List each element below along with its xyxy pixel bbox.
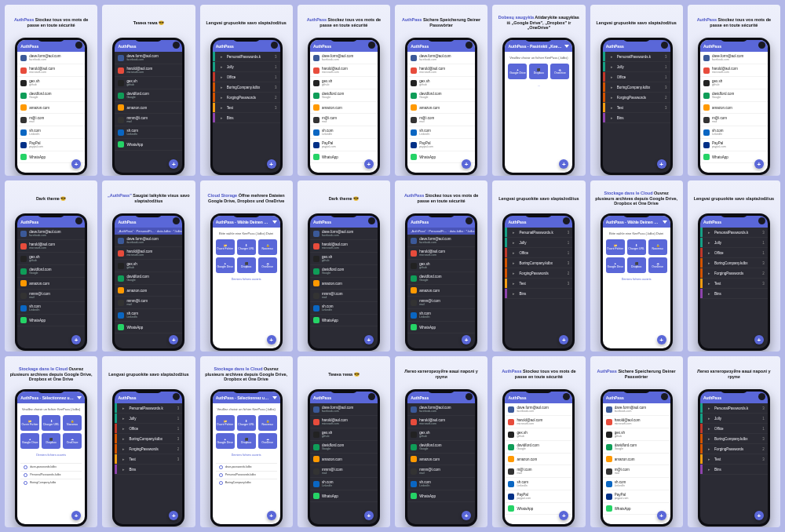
group-row[interactable]: ▸BoringCompany.kdbx3 (505, 258, 572, 268)
password-entry[interactable]: gex.shgithub (17, 77, 85, 89)
password-entry[interactable]: dave.form@aol.comfacebook.com (407, 403, 475, 416)
password-entry[interactable]: amazon.com (310, 278, 378, 290)
add-fab[interactable]: + (754, 159, 764, 169)
password-entry[interactable]: m@i.commail (603, 465, 670, 478)
group-row[interactable]: ▸PersonalPasswords.k3 (213, 52, 280, 62)
group-row[interactable]: ▸Jolly1 (700, 238, 768, 248)
group-row[interactable]: ▸Bins (700, 289, 768, 299)
group-row[interactable]: ▸Office1 (603, 72, 670, 82)
cloud-tile[interactable]: 📂Ouvrir Fichier (606, 239, 625, 255)
group-row[interactable]: ▸Jolly1 (603, 62, 670, 72)
cloud-tile[interactable]: 📂Ouvrir Fichier (20, 415, 39, 431)
group-row[interactable]: ▸ForgingPasswords2 (700, 268, 768, 279)
group-row[interactable]: ▸Test3 (505, 279, 572, 289)
password-entry[interactable]: m@i.commail (700, 114, 768, 126)
password-entry[interactable]: davidford.comGoogle (310, 89, 378, 102)
group-row[interactable]: ▸Jolly1 (213, 62, 280, 72)
avatar-icon[interactable] (271, 42, 278, 49)
password-entry[interactable]: dave.form@aol.comfacebook.com (17, 228, 85, 240)
password-entry[interactable]: sh.comLinkedIn (700, 126, 768, 139)
password-entry[interactable]: harold@aol.commicrosoft.com (17, 240, 85, 253)
group-row[interactable]: ▸PersonalPasswords.k3 (700, 403, 768, 414)
password-entry[interactable]: davidford.comGoogle (700, 89, 768, 102)
add-fab[interactable]: + (364, 159, 374, 169)
add-fab[interactable]: + (657, 159, 666, 169)
password-entry[interactable]: WhatsApp (17, 315, 85, 326)
group-row[interactable]: ▸PersonalPasswords.k3 (603, 52, 670, 62)
cloud-tile[interactable]: ☁OneDrive (550, 64, 569, 79)
group-row[interactable]: ▸ForgingPasswords2 (505, 268, 572, 279)
password-entry[interactable]: davidford.comGoogle (115, 89, 182, 102)
password-entry[interactable]: WhatsApp (115, 139, 182, 151)
cloud-tile[interactable]: ☁OneDrive (258, 433, 277, 449)
group-row[interactable]: ▸PersonalPasswords.k3 (700, 228, 768, 238)
password-entry[interactable]: mmm@i.commail (17, 290, 85, 302)
password-entry[interactable]: harold@aol.commicrosoft.com (310, 240, 378, 253)
avatar-icon[interactable] (758, 393, 765, 400)
password-entry[interactable]: harold@aol.commicrosoft.com (115, 64, 182, 77)
filter-icon[interactable] (77, 395, 82, 400)
group-row[interactable]: ▸Bins (700, 465, 768, 475)
password-entry[interactable]: davidford.comGoogle (505, 441, 572, 454)
password-entry[interactable]: mmm@i.commail (115, 114, 182, 126)
password-entry[interactable]: gex.shgithub (115, 260, 182, 272)
password-entry[interactable]: gex.shgithub (310, 77, 378, 89)
group-row[interactable]: ▸Jolly1 (700, 414, 768, 424)
password-entry[interactable]: m@i.commail (310, 114, 378, 126)
filter-icon[interactable] (564, 44, 569, 49)
password-entry[interactable]: dave.form@aol.comfacebook.com (505, 403, 572, 416)
group-row[interactable]: ▸PersonalPasswords.k3 (115, 403, 182, 414)
add-fab[interactable]: + (364, 335, 374, 344)
cloud-tile[interactable]: ▲Google Drive (216, 433, 235, 449)
password-entry[interactable]: amazon.com (407, 102, 475, 114)
password-entry[interactable]: sh.comLinkedIn (115, 126, 182, 139)
avatar-icon[interactable] (661, 393, 668, 400)
cloud-tile[interactable]: ⬇Charger URL (237, 239, 256, 255)
cloud-tile[interactable]: 🔒Nouveau (648, 239, 667, 255)
password-entry[interactable]: PayPalpaypal.com (603, 490, 670, 503)
cloud-tile[interactable]: ☁OneDrive (258, 257, 277, 273)
password-entry[interactable]: amazon.com (603, 454, 670, 465)
group-row[interactable]: ▸Office1 (700, 248, 768, 258)
password-entry[interactable]: davidford.comGoogle (407, 272, 475, 285)
password-entry[interactable]: gex.shgithub (407, 77, 475, 89)
password-entry[interactable]: mmm@i.commail (115, 297, 182, 309)
cloud-tile[interactable]: ☁OneDrive (63, 433, 82, 449)
recent-file[interactable]: BoringCompany.kdbx (216, 479, 277, 486)
password-entry[interactable]: dave.form@aol.comfacebook.com (115, 235, 182, 247)
password-entry[interactable]: sh.comLinkedIn (17, 302, 85, 315)
password-entry[interactable]: dave.form@aol.comfacebook.com (115, 52, 182, 64)
password-entry[interactable]: harold@aol.commicrosoft.com (603, 416, 670, 428)
password-entry[interactable]: amazon.com (407, 285, 475, 297)
password-entry[interactable]: gex.shgithub (17, 253, 85, 265)
group-row[interactable]: ▸Jolly1 (115, 414, 182, 424)
cloud-tile[interactable]: ⬛Dropbox (529, 64, 548, 79)
password-entry[interactable]: harold@aol.commicrosoft.com (310, 64, 378, 77)
cloud-tile[interactable]: 🔒Nouveau (63, 415, 82, 431)
password-entry[interactable]: dave.form@aol.comfacebook.com (603, 403, 670, 416)
group-row[interactable]: ▸Bins (213, 113, 280, 123)
password-entry[interactable]: WhatsApp (407, 322, 475, 333)
avatar-icon[interactable] (661, 42, 668, 49)
cloud-tile[interactable]: ⬇Charger URL (627, 239, 646, 255)
password-entry[interactable]: WhatsApp (310, 315, 378, 326)
password-entry[interactable]: davidford.comGoogle (310, 441, 378, 454)
cloud-tile[interactable]: ▲Google Drive (216, 257, 235, 273)
password-entry[interactable]: sh.comLinkedIn (407, 309, 475, 322)
password-entry[interactable]: gex.shgithub (700, 77, 768, 89)
password-entry[interactable]: dave.form@aol.comfacebook.com (700, 52, 768, 64)
cloud-tile[interactable]: ☁OneDrive (648, 257, 667, 273)
password-entry[interactable]: amazon.com (115, 285, 182, 297)
password-entry[interactable]: amazon.com (310, 102, 378, 114)
password-entry[interactable]: gex.shgithub (310, 253, 378, 265)
password-entry[interactable]: dave.form@aol.comfacebook.com (310, 403, 378, 416)
avatar-icon[interactable] (368, 393, 375, 400)
password-entry[interactable]: mmm@i.commail (310, 465, 378, 478)
password-entry[interactable]: davidford.comGoogle (603, 441, 670, 454)
password-entry[interactable]: amazon.com (700, 102, 768, 114)
password-entry[interactable]: PayPalpaypal.com (310, 139, 378, 151)
password-entry[interactable]: dave.form@aol.comfacebook.com (310, 228, 378, 240)
password-entry[interactable]: gex.shgithub (603, 428, 670, 441)
avatar-icon[interactable] (758, 42, 765, 49)
add-fab[interactable]: + (657, 335, 666, 344)
